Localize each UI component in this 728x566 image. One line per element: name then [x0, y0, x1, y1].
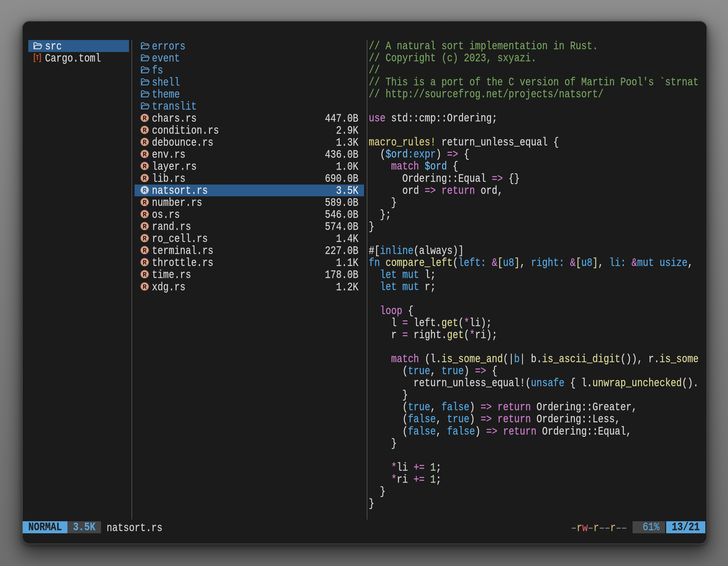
svg-text:R: R [143, 235, 147, 243]
svg-text:R: R [143, 259, 147, 267]
svg-text:R: R [143, 211, 147, 219]
svg-text:R: R [143, 163, 147, 170]
svg-text:R: R [143, 115, 147, 122]
svg-text:R: R [143, 175, 147, 182]
svg-text:R: R [143, 127, 147, 134]
svg-text:R: R [143, 223, 147, 231]
svg-text:R: R [143, 151, 147, 158]
svg-text:R: R [143, 199, 147, 206]
svg-text:R: R [143, 271, 147, 279]
svg-text:R: R [143, 187, 147, 194]
svg-text:R: R [143, 283, 147, 291]
svg-text:R: R [143, 139, 147, 146]
svg-text:R: R [143, 247, 147, 255]
